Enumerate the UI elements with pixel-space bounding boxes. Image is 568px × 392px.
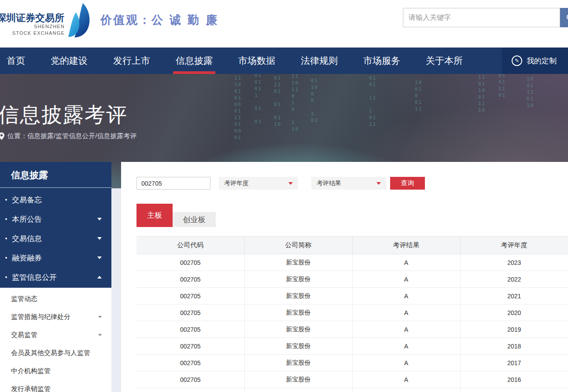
table-cell: 新宝股份 [244,355,352,371]
table-cell: 002705 [136,271,244,288]
binary-column: 11 01 10 01 11 10 [478,74,486,114]
sidebar-subitem-intermediary-supervision[interactable]: 中介机构监管 [0,362,111,380]
query-button[interactable]: 查询 [390,177,425,190]
table-row: 002705新宝股份A2016 [136,371,568,388]
sidebar-item-label: 监管信息公开 [12,272,57,282]
chevron-down-icon [97,237,102,240]
nav-item-party-building[interactable]: 党的建设 [51,48,88,74]
table-row: 002705新宝股份A2019 [136,321,568,338]
chevron-up-icon [97,276,102,278]
sidebar-item-margin-trading[interactable]: 融资融券 [0,248,111,267]
chevron-down-icon [288,182,293,185]
table-cell [136,388,244,392]
sidebar-subitem-label: 交易监管 [11,331,37,339]
sidebar-item-label: 交易信息 [12,234,42,244]
table-cell: 新宝股份 [244,288,352,304]
logo-name-en: SHENZHEN STOCK EXCHANGE [0,23,65,37]
nav-item-rules[interactable]: 法律规则 [301,48,338,74]
table-cell: A [352,355,460,371]
sidebar-subitem-regulatory-news[interactable]: 监管动态 [0,290,111,308]
table-cell: 新宝股份 [244,304,352,321]
sidebar-subitem-underwriting-supervision[interactable]: 发行承销监管 [0,380,111,392]
table-cell: 新宝股份 [244,321,352,338]
binary-column: 01 01 01 1 01 01 [254,74,262,125]
tab-main-board[interactable]: 主板 [136,204,173,227]
table-cell: 新宝股份 [244,254,352,271]
sidebar-item-trade-memo[interactable]: 交易备忘 [0,190,111,209]
chevron-down-icon [376,182,381,185]
chevron-down-icon [98,316,102,318]
sidebar-item-announcements[interactable]: 本所公告 [0,209,111,229]
board-tabs: 主板创业板 [136,204,568,227]
site-header: 深圳证券交易所 SHENZHEN STOCK EXCHANGE 价值观：公 诚 … [0,0,568,48]
result-dropdown[interactable]: 考评结果 [311,177,386,190]
table-cell: A [352,271,460,288]
year-dropdown[interactable]: 考评年度 [219,177,298,190]
table-row: 002705新宝股份A2017 [136,355,568,371]
bullet-icon [5,238,7,239]
sidebar-submenu: 监管动态监管措施与纪律处分交易监管会员及其他交易参与人监管中介机构监管发行承销监… [0,288,111,392]
breadcrumb-text: 位置：信息披露/监管信息公开/信息披露考评 [7,132,136,140]
nav-item-listing[interactable]: 发行上市 [113,48,150,74]
nav-item-market-data[interactable]: 市场数据 [238,48,275,74]
sidebar-subitem-label: 中介机构监管 [11,367,51,375]
main-content: 考评年度 考评结果 查询 主板创业板 公司代码公司简称考评结果考评年度 0027… [121,162,568,392]
breadcrumb[interactable]: 位置：信息披露/监管信息公开/信息披露考评 [0,132,136,140]
table-cell: 002705 [136,304,244,321]
sidebar-subitem-trading-surveillance[interactable]: 交易监管 [0,326,111,344]
search-icon [566,13,568,22]
table-cell: 002705 [136,321,244,338]
nav-item-market-services[interactable]: 市场服务 [363,48,400,74]
table-cell: 新宝股份 [244,271,352,288]
binary-column: 10 01 0 01 11 [415,79,422,112]
table-cell: A [352,371,460,388]
column-header: 考评年度 [460,237,568,254]
column-header: 考评结果 [352,237,460,254]
filter-row: 考评年度 考评结果 查询 [136,177,568,190]
sidebar-item-label: 本所公告 [12,214,42,224]
chevron-down-icon [97,256,102,259]
table-cell: A [352,338,460,355]
logo-name-en-line1: SHENZHEN [0,23,65,30]
result-dropdown-label: 考评结果 [317,180,341,187]
sidebar-item-trading-info[interactable]: 交易信息 [0,229,111,248]
binary-column: 11 10 01 01 00 01 11 01 00 01 [234,75,242,141]
table-cell: A [352,321,460,338]
sidebar-subitem-measures-discipline[interactable]: 监管措施与纪律处分 [0,308,111,326]
bullet-icon [5,218,7,220]
edit-circle-icon: ✎ [512,55,522,66]
chevron-down-icon [98,334,102,336]
table-cell [244,388,352,392]
table-cell: 2023 [460,254,568,271]
sidebar-subitem-label: 发行承销监管 [11,385,51,392]
table-cell [460,388,568,392]
table-cell: 2017 [460,355,568,371]
tab-chinext[interactable]: 创业板 [173,212,216,227]
sidebar-subitem-member-supervision[interactable]: 会员及其他交易参与人监管 [0,344,111,362]
table-row: 002705新宝股份A2020 [136,304,568,321]
table-cell: 新宝股份 [244,338,352,355]
table-cell: 2022 [460,271,568,288]
sidebar-item-label: 交易备忘 [12,195,42,205]
sidebar-subitem-label: 监管动态 [11,295,37,303]
table-cell: 2016 [460,371,568,388]
search-input[interactable] [403,8,560,27]
binary-column: 01 10 0 0 1 01 [311,77,318,124]
bullet-icon [5,276,7,278]
sidebar-item-label: 融资融券 [12,253,42,263]
table-cell: 新宝股份 [244,371,352,388]
company-code-input[interactable] [136,177,210,190]
nav-item-home[interactable]: 首页 [7,48,25,74]
table-row: 002705新宝股份A2022 [136,271,568,288]
sidebar-item-regulatory-disclosure[interactable]: 监管信息公开 [0,267,111,287]
bullet-icon [5,199,7,201]
column-header: 公司代码 [136,237,244,254]
my-custom-button[interactable]: ✎ 我的定制 [502,48,568,74]
search-button[interactable] [560,8,568,27]
table-cell: 002705 [136,338,244,355]
table-cell: 2018 [460,338,568,355]
nav-item-about[interactable]: 关于本所 [426,48,463,74]
binary-column: 10 01 11 01 10 [527,76,534,109]
nav-item-disclosure[interactable]: 信息披露 [176,48,213,74]
table-row: 002705新宝股份A2023 [136,254,568,271]
